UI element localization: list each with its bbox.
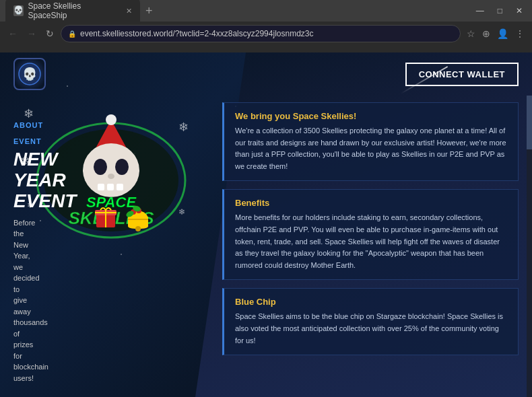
scrollbar[interactable] — [527, 96, 532, 397]
right-panel: We bring you Space Skellies! We're a col… — [209, 96, 532, 397]
site-logo: 💀 — [13, 58, 46, 90]
about-label[interactable]: ABOUT — [13, 121, 43, 129]
svg-point-8 — [94, 159, 107, 175]
url-text: event.skelliesstored.world/?twclid=2-4xx… — [80, 29, 314, 38]
card-3-text: Space Skellies aims to be the blue chip … — [235, 311, 507, 347]
browser-chrome: 💀 Space Skellies SpaceShip ✕ + — □ ✕ ← →… — [0, 0, 532, 52]
info-card-1: We bring you Space Skellies! We're a col… — [222, 102, 519, 181]
close-button[interactable]: ✕ — [512, 6, 527, 15]
back-button[interactable]: ← — [5, 27, 20, 40]
svg-text:💀: 💀 — [22, 67, 38, 81]
page-content: 💀 CONNECT WALLET ❄ ❄ ❄ ❄ ❄ — [0, 52, 532, 397]
forward-button[interactable]: → — [24, 27, 39, 40]
browser-title-bar: 💀 Space Skellies SpaceShip ✕ + — □ ✕ — [0, 0, 532, 22]
address-bar[interactable]: 🔒 event.skelliesstored.world/?twclid=2-4… — [61, 25, 461, 42]
tab-close-button[interactable]: ✕ — [126, 7, 132, 15]
snowflake-5: ❄ — [178, 207, 185, 217]
snowflake-1: ❄ — [24, 106, 34, 121]
bookmark-icon[interactable]: ⊕ — [480, 28, 492, 39]
svg-rect-12 — [107, 184, 114, 190]
minimize-button[interactable]: — — [472, 6, 488, 15]
svg-point-9 — [115, 159, 129, 175]
info-card-2: Benefits More benefits for our holders i… — [222, 189, 519, 280]
event-label[interactable]: EVENT — [13, 137, 42, 145]
menu-icon[interactable]: ⋮ — [513, 28, 527, 39]
logo-area: 💀 — [13, 58, 46, 90]
profile-icon[interactable]: 👤 — [495, 28, 510, 39]
lock-icon: 🔒 — [68, 30, 76, 38]
svg-rect-13 — [117, 184, 123, 190]
window-controls: — □ ✕ — [472, 6, 527, 15]
star-icon[interactable]: ☆ — [465, 28, 477, 39]
maximize-button[interactable]: □ — [494, 6, 506, 15]
tab-title: Space Skellies SpaceShip — [28, 1, 119, 20]
card-1-text: We're a collection of 3500 Skellies prot… — [235, 125, 507, 172]
card-1-title: We bring you Space Skellies! — [235, 111, 507, 121]
card-3-title: Blue Chip — [235, 297, 507, 307]
info-card-3: Blue Chip Space Skellies aims to be the … — [222, 288, 519, 355]
card-2-title: Benefits — [235, 198, 507, 208]
svg-rect-11 — [98, 184, 104, 190]
snowflake-2: ❄ — [178, 120, 189, 135]
browser-toolbar: ← → ↻ 🔒 event.skelliesstored.world/?twcl… — [0, 22, 532, 46]
tab-favicon: 💀 — [13, 5, 24, 16]
svg-point-6 — [106, 114, 117, 125]
reload-button[interactable]: ↻ — [43, 27, 57, 40]
left-panel: ❄ ❄ ❄ ❄ ❄ — [0, 93, 222, 397]
scrollbar-thumb[interactable] — [527, 96, 532, 149]
new-tab-button[interactable]: + — [145, 4, 153, 18]
toolbar-actions: ☆ ⊕ 👤 ⋮ — [465, 28, 527, 39]
active-tab[interactable]: 💀 Space Skellies SpaceShip ✕ — [5, 0, 140, 23]
connect-wallet-button[interactable]: CONNECT WALLET — [405, 63, 519, 86]
svg-point-20 — [135, 226, 141, 231]
svg-point-10 — [108, 174, 114, 179]
page-header: 💀 CONNECT WALLET — [0, 52, 532, 96]
card-2-text: More benefits for our holders include st… — [235, 212, 507, 271]
